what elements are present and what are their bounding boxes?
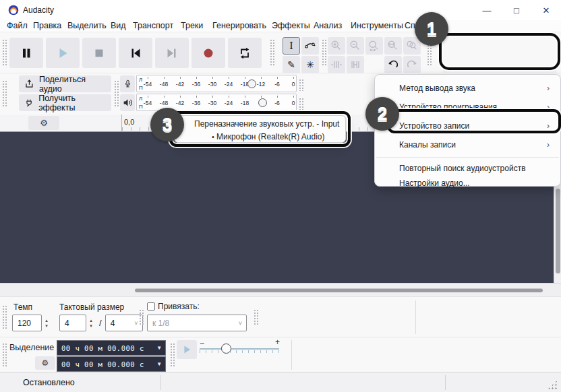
stop-button[interactable] [82,38,116,68]
meter-scale-label: -30 [208,81,216,88]
menu-analyze[interactable]: Анализ [314,21,342,30]
menu-item-host[interactable]: Метод вывода звука › [375,79,560,98]
zoom-out-button[interactable] [347,37,364,55]
meter-scale-label: 0 [292,81,295,88]
toolbar-grip[interactable] [299,98,303,110]
redo-button[interactable] [403,56,421,73]
tempo-input[interactable]: 120 [12,315,42,331]
tempo-label: Темп [13,302,32,312]
meter-scale-label: -48 [160,100,168,106]
toolbar-grip[interactable] [114,80,119,107]
toolbar-grip[interactable] [2,305,7,329]
menu-transport[interactable]: Транспорт [133,21,173,30]
meter-scale-label: -36 [192,100,200,106]
meter-channel-right-label: П [139,104,143,110]
select-arrow-icon: ˅ [134,320,138,327]
recording-meter[interactable]: Л П -54 -48 -42 -36 -30 -24 -18 -12 -6 0 [136,75,297,92]
envelope-tool-button[interactable] [301,37,319,55]
vertical-scrollbar-thumb[interactable] [556,189,560,273]
menu-item-recording-channels[interactable]: Каналы записи › [375,135,560,154]
meter-channel-right-label: П [139,85,143,91]
toolbar-grip[interactable] [170,343,175,367]
meter-scale-label: -6 [274,81,280,88]
draw-tool-button[interactable]: ✎ [283,56,300,73]
microphone-icon [123,79,133,90]
close-button[interactable]: ✕ [531,0,561,20]
selection-end-field[interactable]: 00 ч 00 м 00.000 с ▼ [57,356,166,372]
menu-effects[interactable]: Эффекты [272,21,310,30]
menu-item-audio-settings[interactable]: Настройки аудио... [375,176,560,191]
play-at-speed-button[interactable] [177,340,197,359]
speed-slider-handle[interactable] [221,344,231,354]
get-effects-button[interactable]: Получить эффекты [19,94,111,111]
snap-to-select[interactable]: к 1/8 ˅ [147,315,247,331]
time-signature-slash: / [99,318,102,328]
toolbar-grip[interactable] [254,309,258,325]
playback-speed-slider[interactable] [200,348,279,350]
meter-scale-label: -42 [176,100,184,106]
playback-meter-speaker-button[interactable] [120,94,135,111]
multi-tool-button[interactable]: ✳ [301,56,319,73]
silence-audio-button[interactable] [347,56,364,73]
zoom-to-selection-icon [368,40,380,52]
beats-input[interactable]: 4 [59,315,86,331]
trim-audio-button[interactable] [328,56,345,73]
selection-tool-button[interactable]: I [283,37,300,55]
multi-tool-icon: ✳ [306,59,314,70]
record-icon [202,46,215,60]
toolbar-grip[interactable] [299,79,303,91]
snap-checkbox[interactable] [147,302,155,311]
timeline-options-button[interactable]: ⚙ [28,116,59,130]
menu-file[interactable]: Файл [7,21,28,30]
toolbar-grip[interactable] [322,39,326,66]
minimize-button[interactable]: — [472,0,502,20]
recording-gain-slider[interactable] [247,79,256,88]
plug-icon [24,98,34,108]
toolbar-grip[interactable] [2,343,7,367]
status-bar: Остановлено [0,372,561,392]
meter-tick-marks [148,96,294,98]
selection-options-button[interactable]: ⚙ [35,356,55,370]
selection-start-value: 00 ч 00 м 00.000 с [61,344,144,352]
annotation-badge-3: 3 [150,108,184,141]
record-button[interactable] [191,38,225,68]
zoom-out-icon [349,40,361,52]
menu-tools[interactable]: Инструменты [351,21,403,30]
zoom-to-selection-button[interactable] [365,37,383,55]
fit-project-button[interactable] [384,37,402,55]
toolbar-grip[interactable] [2,80,7,107]
menu-select[interactable]: Выделить [67,21,107,30]
tempo-spin-buttons[interactable]: ▴ ▾ [42,318,51,328]
undo-button[interactable] [384,56,402,73]
meter-scale-label: -42 [176,81,184,88]
skip-to-end-button[interactable] [155,38,189,68]
zoom-toggle-icon [406,40,418,52]
zoom-in-button[interactable] [328,37,345,55]
share-audio-button[interactable]: Поделиться аудио [19,75,111,92]
meter-scale-label: -54 [144,81,152,88]
skip-to-start-button[interactable] [119,38,152,68]
selection-start-field[interactable]: 00 ч 00 м 00.000 с ▼ [57,340,166,356]
toolbar-grip[interactable] [2,39,7,66]
selection-label: Выделение [9,343,54,352]
horizontal-scrollbar-thumb[interactable] [135,288,543,292]
toolbar-grip[interactable] [270,39,274,66]
maximize-button[interactable]: □ [502,0,531,20]
menu-edit[interactable]: Правка [33,21,61,30]
menu-generate[interactable]: Генерировать [212,21,266,30]
note-value-select[interactable]: 4 ˅ [105,315,143,331]
play-button[interactable] [46,38,80,68]
tempo-spinner: 120 ▴ ▾ [12,315,51,331]
toolbar-divider [291,340,292,370]
pause-button[interactable] [9,38,43,68]
loop-button[interactable] [228,38,262,68]
toolbar-grip[interactable] [139,309,144,325]
horizontal-scrollbar[interactable] [0,283,561,296]
playback-volume-slider[interactable] [258,98,267,107]
playback-status: Остановлено [23,378,75,387]
beats-spin-buttons[interactable]: ▴ ▾ [86,318,96,328]
menu-tracks[interactable]: Треки [181,21,203,30]
record-meter-mic-button[interactable] [120,75,135,92]
menu-item-rescan-devices[interactable]: Повторный поиск аудиоустройств [375,161,560,176]
menu-view[interactable]: Вид [111,21,126,30]
